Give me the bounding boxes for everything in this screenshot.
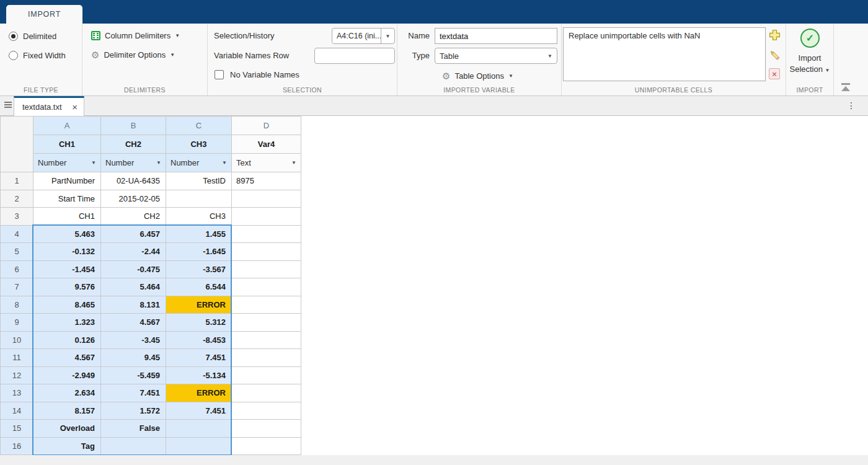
grid-cell[interactable] <box>232 278 301 296</box>
column-header-A[interactable]: A <box>33 117 101 135</box>
grid-cell[interactable]: -2.949 <box>33 366 101 384</box>
edit-rule-button[interactable] <box>768 48 781 61</box>
close-icon[interactable]: × <box>72 102 78 112</box>
radio-fixed-width[interactable]: Fixed Width <box>9 49 66 61</box>
row-header[interactable]: 6 <box>1 260 33 278</box>
row-header[interactable]: 4 <box>1 225 33 243</box>
grid-cell[interactable] <box>101 437 166 455</box>
select-all-corner[interactable] <box>1 117 33 172</box>
grid-cell[interactable]: -5.459 <box>101 366 166 384</box>
grid-cell[interactable] <box>232 437 301 455</box>
no-variable-names-checkbox-row[interactable]: No Variable Names <box>215 68 299 81</box>
row-header[interactable]: 11 <box>1 349 33 367</box>
grid-cell[interactable]: 0.126 <box>33 331 101 349</box>
grid-cell[interactable]: False <box>101 420 166 438</box>
grid-cell[interactable]: -5.134 <box>166 366 232 384</box>
grid-cell[interactable]: TestID <box>166 172 232 190</box>
grid-cell[interactable]: -8.453 <box>166 331 232 349</box>
selection-history-dropdown-button[interactable]: ▼ <box>381 29 394 43</box>
unimportable-rules-list[interactable]: Replace unimportable cells with NaN <box>563 27 766 81</box>
grid-cell[interactable] <box>232 225 301 243</box>
grid-cell[interactable] <box>166 190 232 208</box>
variable-name-input[interactable] <box>435 29 557 43</box>
grid-cell[interactable]: -2.44 <box>101 243 166 261</box>
grid-cell[interactable]: ERROR <box>166 384 232 402</box>
variable-name-cell[interactable]: CH2 <box>101 135 166 154</box>
row-header[interactable]: 9 <box>1 314 33 332</box>
variable-type-dropdown[interactable]: Table ▼ <box>435 48 557 64</box>
delimiter-options-button[interactable]: ⚙ Delimiter Options ▼ <box>91 48 175 61</box>
grid-cell[interactable]: 8.465 <box>33 296 101 314</box>
column-type-dropdown[interactable]: Text▼ <box>232 154 301 172</box>
row-header[interactable]: 8 <box>1 296 33 314</box>
delete-rule-button[interactable]: × <box>768 68 781 80</box>
grid-cell[interactable]: 2.634 <box>33 384 101 402</box>
unimportable-rule-item[interactable]: Replace unimportable cells with NaN <box>569 31 700 40</box>
grid-cell[interactable]: 9.576 <box>33 278 101 296</box>
grid-cell[interactable]: 9.45 <box>101 349 166 367</box>
grid-cell[interactable] <box>232 366 301 384</box>
grid-cell[interactable]: -1.645 <box>166 243 232 261</box>
grid-cell[interactable] <box>166 420 232 438</box>
grid-cell[interactable]: CH2 <box>101 208 166 226</box>
no-variable-names-checkbox[interactable] <box>215 70 224 79</box>
grid-cell[interactable] <box>232 402 301 420</box>
grid-cell[interactable]: -0.475 <box>101 260 166 278</box>
row-header[interactable]: 7 <box>1 278 33 296</box>
selection-history-dropdown[interactable]: A4:C16 (ini... ▼ <box>332 28 395 44</box>
row-header[interactable]: 3 <box>1 208 33 226</box>
document-list-icon[interactable] <box>4 102 12 109</box>
grid-cell[interactable]: 5.312 <box>166 314 232 332</box>
grid-cell[interactable]: PartNumber <box>33 172 101 190</box>
column-header-D[interactable]: D <box>232 117 301 135</box>
collapse-ribbon-icon[interactable] <box>841 83 851 91</box>
row-header[interactable]: 15 <box>1 420 33 438</box>
row-header[interactable]: 5 <box>1 243 33 261</box>
grid-cell[interactable]: Overload <box>33 420 101 438</box>
grid-cell[interactable]: 7.451 <box>166 349 232 367</box>
grid-cell[interactable]: 8.157 <box>33 402 101 420</box>
column-header-C[interactable]: C <box>166 117 232 135</box>
grid-cell[interactable]: 4.567 <box>33 349 101 367</box>
grid-cell[interactable]: 1.572 <box>101 402 166 420</box>
grid-cell[interactable]: Start Time <box>33 190 101 208</box>
row-header[interactable]: 13 <box>1 384 33 402</box>
grid-cell[interactable]: -1.454 <box>33 260 101 278</box>
grid-cell[interactable]: 8975 <box>232 172 301 190</box>
tab-textdata-txt[interactable]: textdata.txt × <box>14 96 84 116</box>
import-selection-button[interactable]: ✓ Import Selection ▼ <box>786 24 833 95</box>
column-type-dropdown[interactable]: Number▼ <box>33 154 101 172</box>
row-header[interactable]: 14 <box>1 402 33 420</box>
grid-cell[interactable] <box>232 243 301 261</box>
grid-cell[interactable]: 4.567 <box>101 314 166 332</box>
grid-cell[interactable]: 5.464 <box>101 278 166 296</box>
grid-cell[interactable] <box>232 208 301 226</box>
row-header[interactable]: 12 <box>1 366 33 384</box>
grid-cell[interactable]: CH1 <box>33 208 101 226</box>
grid-cell[interactable]: 8.131 <box>101 296 166 314</box>
grid-cell[interactable]: 6.544 <box>166 278 232 296</box>
grid-cell[interactable] <box>166 437 232 455</box>
grid-cell[interactable]: 7.451 <box>166 402 232 420</box>
grid-cell[interactable] <box>232 331 301 349</box>
column-type-dropdown[interactable]: Number▼ <box>101 154 166 172</box>
grid-cell[interactable] <box>232 349 301 367</box>
variable-name-cell[interactable]: CH1 <box>33 135 101 154</box>
grid-cell[interactable]: 5.463 <box>33 225 101 243</box>
tab-overflow-icon[interactable]: ⋮ <box>847 100 856 110</box>
row-header[interactable]: 10 <box>1 331 33 349</box>
grid-cell[interactable] <box>232 420 301 438</box>
grid-cell[interactable]: 2015-02-05 <box>101 190 166 208</box>
grid-cell[interactable] <box>232 296 301 314</box>
variable-name-cell[interactable]: Var4 <box>232 135 301 154</box>
ribbon-tab-import[interactable]: IMPORT <box>6 5 82 24</box>
add-rule-button[interactable] <box>768 29 781 41</box>
column-header-B[interactable]: B <box>101 117 166 135</box>
row-header[interactable]: 16 <box>1 437 33 455</box>
grid-cell[interactable] <box>232 260 301 278</box>
grid-cell[interactable]: Tag <box>33 437 101 455</box>
grid-cell[interactable]: 6.457 <box>101 225 166 243</box>
variable-names-row-input[interactable] <box>315 48 395 63</box>
radio-fixed-width-circle[interactable] <box>9 51 18 60</box>
grid-cell[interactable]: ERROR <box>166 296 232 314</box>
